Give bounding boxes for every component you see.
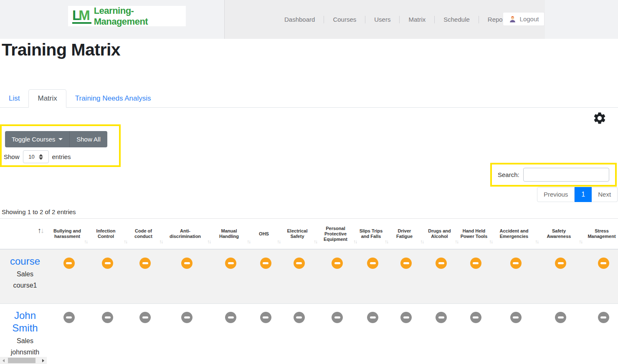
column-header-label: Personal Protective Equipment bbox=[319, 226, 352, 242]
previous-page-button[interactable]: Previous bbox=[537, 187, 575, 202]
minus-circle-icon[interactable] bbox=[139, 312, 151, 323]
minus-circle-icon[interactable] bbox=[102, 258, 113, 269]
column-header[interactable]: Electrical Safety↑↓ bbox=[281, 219, 317, 249]
sort-icon: ↑↓ bbox=[489, 239, 492, 245]
column-header-label: Anti-discrimination bbox=[165, 228, 206, 239]
column-header[interactable]: Code of conduct↑↓ bbox=[127, 219, 163, 249]
tab-matrix[interactable]: Matrix bbox=[28, 89, 66, 108]
horizontal-scrollbar[interactable] bbox=[0, 357, 47, 364]
column-header[interactable]: Manual Handling↑↓ bbox=[211, 219, 251, 249]
minus-circle-icon[interactable] bbox=[181, 258, 192, 269]
column-header-label: Electrical Safety bbox=[282, 228, 312, 239]
entity-department: Sales bbox=[0, 270, 50, 278]
sort-icon: ↑↓ bbox=[455, 239, 458, 245]
column-header[interactable]: Infection Control↑↓ bbox=[88, 219, 127, 249]
minus-circle-icon[interactable] bbox=[63, 312, 75, 323]
toggle-courses-label: Toggle Courses bbox=[12, 136, 55, 143]
minus-circle-icon[interactable] bbox=[332, 258, 343, 269]
status-cell bbox=[583, 250, 618, 303]
status-cell bbox=[539, 250, 583, 303]
status-cell bbox=[424, 250, 458, 303]
minus-circle-icon[interactable] bbox=[260, 312, 271, 323]
search-highlight: Search: bbox=[490, 163, 617, 187]
sort-icon: ↑↓ bbox=[277, 239, 280, 245]
column-header[interactable]: OHS↑↓ bbox=[251, 219, 281, 249]
scroll-right-arrow-icon[interactable] bbox=[40, 357, 47, 364]
top-bar: LM Learning-Management DashboardCoursesU… bbox=[0, 0, 618, 39]
minus-circle-icon[interactable] bbox=[598, 312, 609, 323]
minus-circle-icon[interactable] bbox=[555, 312, 566, 323]
entries-select[interactable]: 10 bbox=[23, 150, 49, 163]
search-input[interactable] bbox=[523, 168, 609, 182]
minus-circle-icon[interactable] bbox=[598, 258, 609, 269]
column-header-label: Safety Awareness bbox=[540, 228, 577, 239]
column-header[interactable]: Driver Fatigue↑↓ bbox=[388, 219, 424, 249]
status-cell bbox=[388, 250, 424, 303]
column-header[interactable]: Bullying and harassment↑↓ bbox=[50, 219, 88, 249]
column-header[interactable]: Stress Management↑↓ bbox=[583, 219, 618, 249]
minus-circle-icon[interactable] bbox=[436, 312, 447, 323]
show-all-button[interactable]: Show All bbox=[70, 131, 107, 147]
matrix-header-row: ↑↓ Bullying and harassment↑↓Infection Co… bbox=[0, 219, 618, 250]
minus-circle-icon[interactable] bbox=[436, 258, 447, 269]
sort-icon: ↑↓ bbox=[207, 239, 210, 245]
column-header-label: Slips Trips and Falls bbox=[359, 228, 383, 239]
minus-circle-icon[interactable] bbox=[63, 258, 75, 269]
minus-circle-icon[interactable] bbox=[510, 312, 522, 323]
toggle-courses-button[interactable]: Toggle Courses bbox=[5, 131, 70, 147]
logout-button[interactable]: Logout bbox=[503, 12, 545, 26]
tab-list[interactable]: List bbox=[0, 90, 28, 107]
nav-item-matrix[interactable]: Matrix bbox=[400, 16, 434, 23]
minus-circle-icon[interactable] bbox=[400, 312, 412, 323]
column-header[interactable]: Slips Trips and Falls↑↓ bbox=[357, 219, 388, 249]
minus-circle-icon[interactable] bbox=[510, 258, 522, 269]
minus-circle-icon[interactable] bbox=[470, 312, 481, 323]
minus-circle-icon[interactable] bbox=[294, 312, 305, 323]
column-header[interactable]: Anti-discrimination↑↓ bbox=[163, 219, 211, 249]
sort-icon: ↑↓ bbox=[247, 239, 250, 245]
minus-circle-icon[interactable] bbox=[367, 312, 378, 323]
entity-department: Sales bbox=[0, 337, 50, 345]
column-header[interactable]: Accident and Emergencies↑↓ bbox=[493, 219, 539, 249]
column-header-label: Infection Control bbox=[89, 228, 122, 239]
app-logo[interactable]: LM Learning-Management bbox=[68, 6, 186, 26]
settings-gear-icon[interactable] bbox=[593, 111, 607, 125]
page-1-button[interactable]: 1 bbox=[575, 187, 592, 202]
minus-circle-icon[interactable] bbox=[260, 258, 271, 269]
column-header[interactable]: Personal Protective Equipment↑↓ bbox=[317, 219, 357, 249]
entity-name-link[interactable]: course bbox=[0, 255, 50, 268]
minus-circle-icon[interactable] bbox=[102, 312, 113, 323]
table-row: John SmithSalesjohnsmith bbox=[0, 304, 618, 364]
sort-icon: ↑↓ bbox=[579, 239, 582, 245]
column-header[interactable]: Hand Held Power Tools↑↓ bbox=[458, 219, 493, 249]
next-page-button[interactable]: Next bbox=[592, 187, 618, 202]
page-length-control: Show 10 entries bbox=[4, 150, 71, 163]
minus-circle-icon[interactable] bbox=[294, 258, 305, 269]
status-cell bbox=[458, 250, 493, 303]
minus-circle-icon[interactable] bbox=[400, 258, 412, 269]
chevron-down-icon bbox=[58, 138, 63, 140]
minus-circle-icon[interactable] bbox=[555, 258, 566, 269]
minus-circle-icon[interactable] bbox=[139, 258, 151, 269]
pagination: Previous 1 Next bbox=[537, 187, 618, 202]
nav-item-courses[interactable]: Courses bbox=[324, 16, 365, 23]
minus-circle-icon[interactable] bbox=[367, 258, 378, 269]
status-cell bbox=[317, 304, 357, 364]
status-cell bbox=[583, 304, 618, 364]
column-header[interactable]: Drugs and Alcohol↑↓ bbox=[424, 219, 458, 249]
column-header[interactable]: Safety Awareness↑↓ bbox=[539, 219, 583, 249]
minus-circle-icon[interactable] bbox=[225, 258, 236, 269]
column-header-entity[interactable]: ↑↓ bbox=[0, 219, 50, 249]
minus-circle-icon[interactable] bbox=[332, 312, 343, 323]
scroll-left-arrow-icon[interactable] bbox=[0, 357, 7, 364]
nav-item-dashboard[interactable]: Dashboard bbox=[276, 16, 324, 23]
nav-item-users[interactable]: Users bbox=[365, 16, 399, 23]
tab-training-needs-analysis[interactable]: Training Needs Analysis bbox=[66, 90, 160, 107]
minus-circle-icon[interactable] bbox=[225, 312, 236, 323]
nav-item-schedule[interactable]: Schedule bbox=[435, 16, 479, 23]
column-header-label: Drugs and Alcohol bbox=[426, 228, 453, 239]
minus-circle-icon[interactable] bbox=[181, 312, 192, 323]
minus-circle-icon[interactable] bbox=[470, 258, 481, 269]
entity-name-link[interactable]: John Smith bbox=[0, 309, 50, 334]
scrollbar-thumb[interactable] bbox=[8, 358, 35, 363]
